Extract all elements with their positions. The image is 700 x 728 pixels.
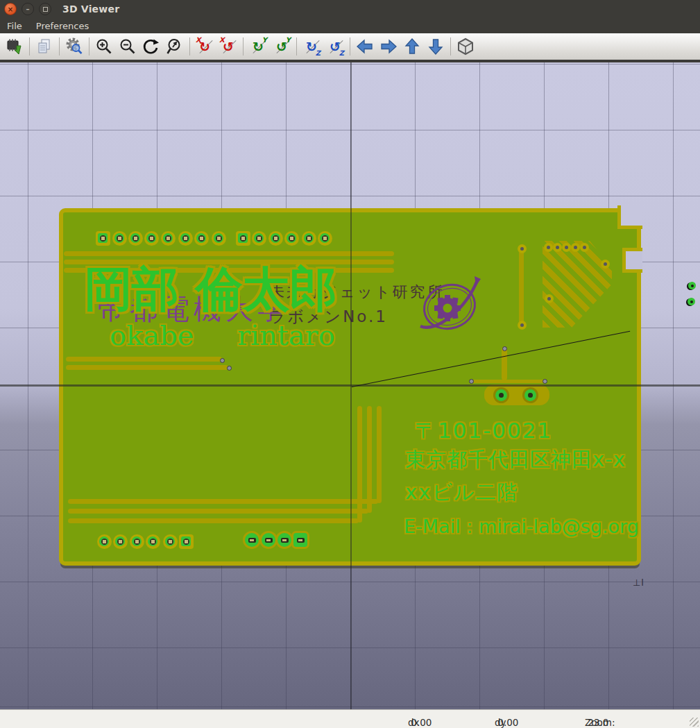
zoom-fit-button[interactable] bbox=[163, 35, 187, 58]
via bbox=[553, 243, 562, 252]
pad bbox=[112, 231, 127, 246]
toolbar-separator bbox=[450, 37, 451, 56]
pad bbox=[318, 231, 332, 246]
pad bbox=[161, 231, 176, 246]
pad bbox=[502, 346, 507, 351]
zoom-in-button[interactable] bbox=[92, 35, 116, 58]
pad bbox=[130, 534, 144, 549]
toolbar-separator bbox=[189, 37, 190, 56]
pad bbox=[245, 533, 259, 547]
floating-pad bbox=[688, 298, 695, 305]
via bbox=[562, 243, 571, 252]
rotate-y-ccw-button[interactable]: ↺ Y bbox=[270, 35, 293, 58]
via bbox=[580, 243, 589, 252]
rotate-y-ccw-icon: ↺ Y bbox=[273, 37, 291, 56]
rotate-y-cw-button[interactable]: ↻ Y bbox=[246, 35, 270, 58]
close-button[interactable]: × bbox=[4, 3, 17, 15]
rotate-x-cw-icon: ↻ X bbox=[196, 37, 214, 56]
redraw-icon bbox=[142, 37, 160, 56]
ortho-view-button[interactable] bbox=[454, 35, 477, 58]
pad bbox=[179, 534, 194, 549]
via bbox=[518, 321, 527, 330]
menu-bar: File Preferences bbox=[0, 18, 700, 33]
pad bbox=[146, 534, 160, 549]
toolbar: ↻ X ↺ X ↻ Y ↺ Y ↻ Z ↺ Z bbox=[0, 33, 700, 61]
rotate-y-cw-icon: ↻ Y bbox=[249, 37, 267, 56]
pan-down-button[interactable] bbox=[424, 35, 447, 58]
pad bbox=[236, 231, 250, 246]
rotate-z-ccw-button[interactable]: ↺ Z bbox=[323, 35, 347, 58]
toolbar-separator bbox=[59, 37, 60, 56]
arrow-up-icon bbox=[403, 37, 421, 56]
pad bbox=[302, 231, 316, 246]
copper-trace bbox=[519, 247, 524, 326]
copper-trace bbox=[66, 365, 228, 370]
board-corner-cutout bbox=[617, 205, 642, 229]
zoom-out-icon bbox=[119, 37, 137, 56]
silkscreen-email: E-Mail : mirai-lab@sg.org bbox=[404, 516, 639, 537]
copper-trace bbox=[64, 251, 394, 256]
zoom-out-button[interactable] bbox=[116, 35, 139, 58]
toolbar-separator bbox=[350, 37, 350, 56]
3d-viewport[interactable]: 帝都電機大学 未来ガジェット研究所 ラボメンNo.1 岡部 倫太郎 ok bbox=[0, 62, 700, 709]
x-axis-line bbox=[0, 384, 700, 387]
minimize-button[interactable]: – bbox=[22, 3, 34, 15]
copper-trace bbox=[357, 406, 362, 523]
zoom-fit-icon bbox=[166, 37, 184, 56]
floating-pad bbox=[688, 282, 696, 289]
toolbar-separator bbox=[89, 37, 89, 56]
status-dx: dx 0.00 bbox=[408, 713, 411, 725]
rotate-x-ccw-button[interactable]: ↺ X bbox=[216, 35, 240, 58]
status-dy: dy 0.00 bbox=[495, 713, 497, 725]
arrow-down-icon bbox=[427, 37, 445, 56]
silkscreen-address-line1: 東京都千代田区神田x-x bbox=[405, 446, 626, 474]
pad bbox=[262, 533, 275, 547]
plane-mark: ⊥l bbox=[633, 577, 644, 588]
rotate-x-cw-button[interactable]: ↻ X bbox=[193, 35, 216, 58]
pad bbox=[293, 533, 307, 547]
pad bbox=[97, 534, 112, 549]
pad bbox=[469, 379, 474, 384]
copper-trace bbox=[377, 406, 382, 503]
render-options-button[interactable] bbox=[62, 35, 86, 58]
pad bbox=[524, 389, 536, 401]
via bbox=[601, 260, 610, 269]
pad bbox=[227, 366, 232, 371]
menu-file[interactable]: File bbox=[0, 19, 29, 33]
pad bbox=[178, 231, 193, 246]
redraw-button[interactable] bbox=[139, 35, 163, 58]
gear-magnifier-icon bbox=[65, 37, 84, 56]
pan-right-button[interactable] bbox=[377, 35, 400, 58]
pad bbox=[543, 379, 547, 384]
cube-icon bbox=[456, 37, 475, 56]
title-bar: × – 3D Viewer bbox=[0, 0, 700, 18]
maximize-icon bbox=[43, 7, 48, 12]
silkscreen-name-romaji-last: rintaro bbox=[237, 319, 335, 351]
rotate-z-ccw-icon: ↺ Z bbox=[326, 37, 344, 56]
menu-preferences[interactable]: Preferences bbox=[29, 19, 96, 33]
copper-trace bbox=[66, 357, 222, 362]
copper-trace bbox=[367, 406, 372, 513]
pan-up-button[interactable] bbox=[400, 35, 424, 58]
pad bbox=[194, 231, 209, 246]
toolbar-separator bbox=[29, 37, 30, 56]
window-title: 3D Viewer bbox=[62, 3, 119, 15]
silkscreen-name-kanji: 岡部 倫太郎 bbox=[85, 258, 337, 321]
copper-trace bbox=[484, 384, 549, 405]
zoom-in-icon bbox=[95, 37, 113, 56]
toolbar-separator bbox=[243, 37, 244, 56]
reload-board-button[interactable] bbox=[3, 35, 26, 58]
silkscreen-address-line2: xxビル二階 bbox=[405, 479, 519, 507]
future-gadget-lab-logo bbox=[416, 275, 483, 337]
maximize-button[interactable] bbox=[39, 3, 51, 15]
pad bbox=[96, 231, 110, 246]
copper-trace bbox=[502, 347, 507, 380]
resize-grip[interactable] bbox=[690, 718, 699, 727]
silkscreen-postal-code: 〒101-0021 bbox=[415, 416, 552, 446]
via bbox=[571, 243, 580, 252]
rotate-z-cw-button[interactable]: ↻ Z bbox=[300, 35, 323, 58]
pan-left-button[interactable] bbox=[353, 35, 377, 58]
pad bbox=[278, 533, 291, 547]
copy-image-button[interactable] bbox=[33, 35, 56, 58]
rotate-x-ccw-icon: ↺ X bbox=[219, 37, 237, 56]
